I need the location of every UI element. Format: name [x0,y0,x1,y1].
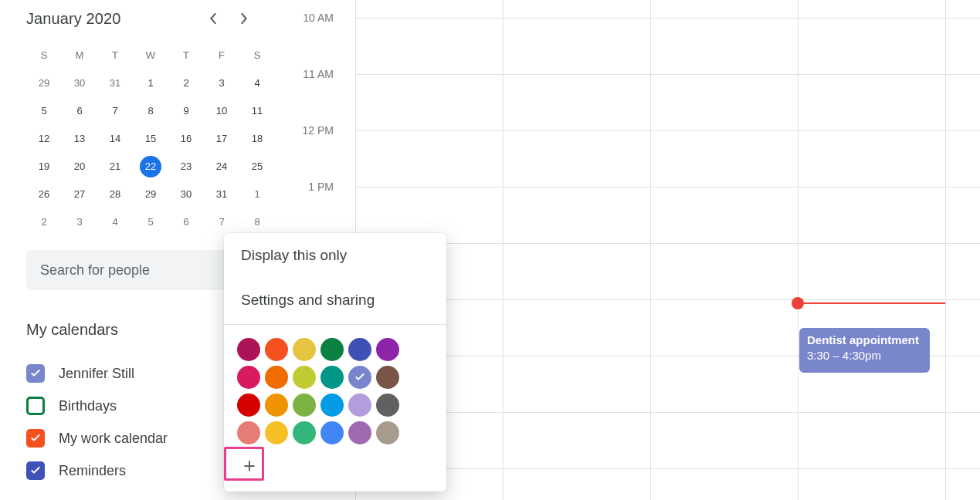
grid-hour-line [355,468,980,469]
color-swatch[interactable] [293,421,316,444]
mini-calendar-day[interactable]: 15 [133,125,168,153]
color-swatch[interactable] [265,338,288,361]
next-month-button[interactable] [235,9,253,28]
mini-calendar[interactable]: SMTWTFS293031123456789101112131415161718… [26,42,261,236]
color-swatch[interactable] [237,338,260,361]
color-swatch[interactable] [265,421,288,444]
mini-calendar-day[interactable]: 7 [204,208,239,236]
color-swatch[interactable] [320,421,344,444]
color-swatch[interactable] [320,394,344,417]
mini-calendar-day[interactable]: 5 [133,208,168,236]
mini-calendar-dow: T [97,42,133,69]
grid-day-line [798,0,799,500]
mini-calendar-day[interactable]: 2 [26,208,62,236]
color-swatch[interactable] [376,394,399,417]
calendar-label: Reminders [59,463,126,479]
mini-calendar-nav [204,9,253,28]
color-swatch[interactable] [293,366,316,389]
time-label: 10 AM [303,12,334,24]
time-label: 12 PM [303,124,334,137]
color-swatch[interactable] [320,366,344,389]
color-swatch[interactable] [348,366,371,389]
mini-calendar-dow: W [133,42,168,69]
color-swatch[interactable] [237,394,260,417]
mini-calendar-day[interactable]: 22 [133,153,168,181]
mini-calendar-day[interactable]: 31 [97,69,133,97]
mini-calendar-day[interactable]: 2 [168,69,204,97]
calendar-checkbox[interactable] [26,461,45,480]
event-time: 3:30 – 4:30pm [807,349,881,362]
mini-calendar-day[interactable]: 17 [204,125,239,153]
mini-calendar-day[interactable]: 27 [62,181,97,208]
color-swatch[interactable] [320,338,344,361]
mini-calendar-day[interactable]: 6 [168,208,204,236]
mini-calendar-day[interactable]: 3 [204,69,239,97]
mini-calendar-day[interactable]: 23 [168,153,204,181]
grid-hour-line [355,412,980,413]
mini-calendar-day[interactable]: 3 [62,208,97,236]
calendar-checkbox[interactable] [26,429,45,448]
mini-calendar-day[interactable]: 13 [62,125,97,153]
mini-calendar-title: January 2020 [26,10,120,28]
color-swatch[interactable] [265,366,288,389]
search-people-input[interactable] [40,262,247,279]
mini-calendar-day[interactable]: 30 [62,69,97,97]
calendar-event[interactable]: Dentist appointment3:30 – 4:30pm [799,328,930,373]
grid-hour-line [355,243,980,244]
menu-display-this-only[interactable]: Display this only [224,233,446,278]
mini-calendar-day[interactable]: 1 [133,69,168,97]
mini-calendar-day[interactable]: 8 [133,97,168,125]
color-swatch[interactable] [237,421,260,444]
mini-calendar-dow: F [204,42,239,69]
now-indicator-line [798,302,945,304]
grid-day-line [503,0,504,500]
color-swatches [224,336,446,447]
mini-calendar-day[interactable]: 21 [97,153,133,181]
color-swatch[interactable] [293,394,316,417]
chevron-right-icon [240,13,248,24]
prev-month-button[interactable] [204,9,222,28]
grid-day-line [945,0,946,500]
mini-calendar-day[interactable]: 4 [97,208,133,236]
popover-divider [224,324,446,325]
grid-hour-line [355,130,980,131]
menu-settings-and-sharing[interactable]: Settings and sharing [224,278,446,323]
mini-calendar-header: January 2020 [26,0,261,37]
add-custom-color-highlight [224,447,264,481]
color-swatch[interactable] [348,338,371,361]
mini-calendar-day[interactable]: 29 [133,181,168,208]
calendar-options-popover: Display this only Settings and sharing [224,233,446,492]
calendar-checkbox[interactable] [26,364,45,383]
mini-calendar-day[interactable]: 14 [97,125,133,153]
color-swatch[interactable] [376,338,399,361]
mini-calendar-day[interactable]: 16 [168,125,204,153]
mini-calendar-day[interactable]: 5 [26,97,62,125]
mini-calendar-day[interactable]: 12 [26,125,62,153]
color-swatch[interactable] [293,338,316,361]
time-label: 1 PM [308,181,334,193]
mini-calendar-dow: S [26,42,62,69]
add-custom-color-button[interactable] [238,454,261,478]
mini-calendar-day[interactable]: 26 [26,181,62,208]
color-swatch[interactable] [376,366,399,389]
mini-calendar-day[interactable]: 9 [168,97,204,125]
mini-calendar-day[interactable]: 20 [62,153,97,181]
color-swatch[interactable] [348,421,371,444]
mini-calendar-day[interactable]: 31 [204,181,239,208]
mini-calendar-day[interactable]: 19 [26,153,62,181]
mini-calendar-day[interactable]: 6 [62,97,97,125]
mini-calendar-day[interactable]: 7 [97,97,133,125]
color-swatch[interactable] [348,394,371,417]
mini-calendar-day[interactable]: 30 [168,181,204,208]
mini-calendar-day[interactable]: 29 [26,69,62,97]
mini-calendar-day[interactable]: 28 [97,181,133,208]
mini-calendar-day[interactable]: 24 [204,153,239,181]
color-swatch[interactable] [376,421,399,444]
grid-hour-line [355,18,980,19]
day-columns[interactable]: Dentist appointment3:30 – 4:30pm [355,0,980,500]
mini-calendar-day[interactable]: 10 [204,97,239,125]
color-swatch[interactable] [265,394,288,417]
grid-hour-line [355,74,980,75]
calendar-checkbox[interactable] [26,397,45,415]
color-swatch[interactable] [237,366,260,389]
